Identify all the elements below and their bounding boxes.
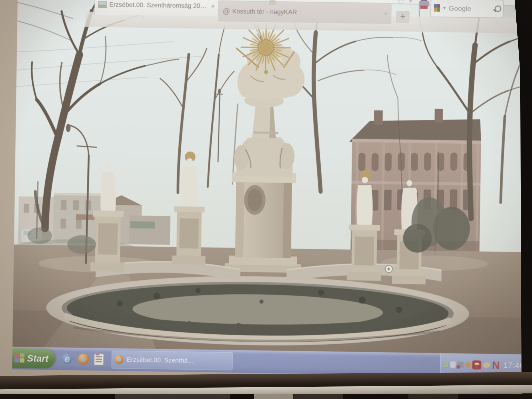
tray-volume-icon[interactable] xyxy=(457,362,464,368)
start-button[interactable]: Start xyxy=(12,348,55,369)
taskbar-window-button[interactable]: Erzsébet.00. Szenthá… xyxy=(111,351,233,370)
start-label: Start xyxy=(27,353,49,364)
at-favicon: @ xyxy=(223,7,230,16)
tab-title: Erzsébet.00. Szentháromság 2013 márc.… xyxy=(109,1,208,10)
power-outlet xyxy=(269,0,276,5)
windows-logo-icon xyxy=(14,353,25,363)
tab-title: Kossuth tér - nagyKAR xyxy=(232,8,380,17)
antivirus-umbrella-icon[interactable]: ☂ xyxy=(472,361,481,370)
bookmark-star-icon[interactable]: ☆ xyxy=(397,0,405,7)
chevron-down-icon[interactable]: ▼ xyxy=(408,0,413,4)
tab-close-icon[interactable]: × xyxy=(211,2,215,10)
google-logo-icon[interactable] xyxy=(434,4,440,12)
tab-kossuth-ter[interactable]: @ Kossuth tér - nagyKAR × xyxy=(218,0,391,24)
tab-close-icon[interactable]: × xyxy=(384,10,388,18)
photographed-projection: – menü × …jpg Erzsébet.00. Szentháromság… xyxy=(0,0,532,399)
tray-language-badge[interactable]: 3 xyxy=(443,359,449,370)
new-tab-button[interactable]: + xyxy=(396,11,410,23)
task-button-label: Erzsébet.00. Szenthá… xyxy=(127,356,194,365)
internet-explorer-icon[interactable]: e xyxy=(62,354,73,364)
firefox-icon xyxy=(114,355,124,364)
wall-column xyxy=(254,394,293,399)
search-input[interactable] xyxy=(448,4,493,13)
quick-launch: e xyxy=(62,353,103,365)
tab-active-szentharomsag[interactable]: Erzsébet.00. Szentháromság 2013 márc.… × xyxy=(95,0,219,16)
search-magnifier-icon[interactable] xyxy=(493,5,500,13)
tray-tool-icon[interactable] xyxy=(482,362,491,369)
taskbar-clock[interactable]: 17:46 xyxy=(503,361,524,370)
browser-window: – menü × …jpg Erzsébet.00. Szentháromság… xyxy=(12,0,527,377)
tray-app-icon[interactable] xyxy=(450,361,456,367)
firefox-icon[interactable] xyxy=(78,354,89,365)
image-favicon xyxy=(98,1,107,8)
tray-update-icon[interactable] xyxy=(464,361,471,368)
photo-content xyxy=(13,0,527,355)
search-engine-dropdown-icon[interactable]: ▼ xyxy=(442,5,447,11)
tray-n-icon[interactable]: N xyxy=(492,359,500,372)
document-icon[interactable] xyxy=(94,354,103,365)
room-below-screen xyxy=(0,394,532,399)
search-bar[interactable]: ▼ xyxy=(431,0,504,18)
printer-icon[interactable] xyxy=(419,0,429,10)
